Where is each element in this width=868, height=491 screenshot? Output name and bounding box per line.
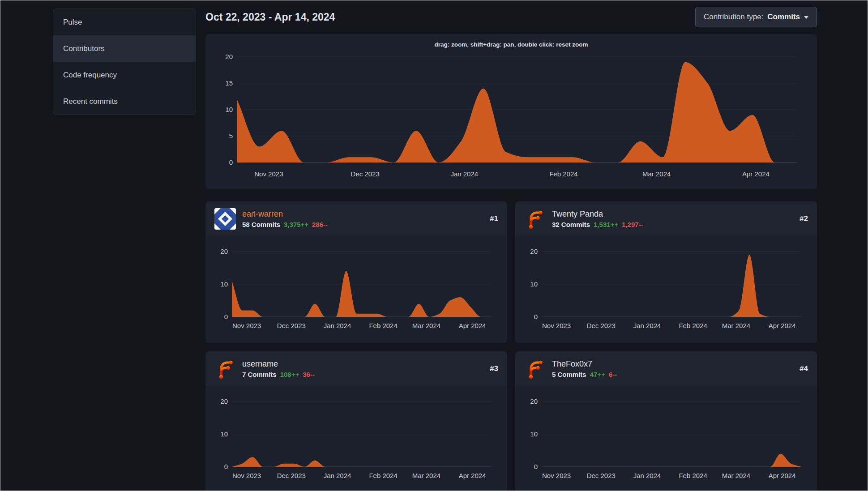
deletions-count: 6-- [609, 371, 617, 378]
contributor-card-header: TheFox0x7 5 Commits 47++ 6-- #4 [515, 351, 817, 386]
svg-text:Dec 2023: Dec 2023 [277, 322, 306, 329]
contributor-name-link[interactable]: TheFox0x7 [552, 359, 617, 369]
contributor-activity-chart[interactable]: 01020Nov 2023Dec 2023Jan 2024Feb 2024Mar… [522, 243, 810, 332]
forgejo-logo-icon [214, 358, 236, 380]
svg-text:Nov 2023: Nov 2023 [542, 472, 571, 479]
svg-text:0: 0 [224, 463, 228, 470]
svg-text:Mar 2024: Mar 2024 [412, 472, 440, 479]
additions-count: 108++ [280, 371, 299, 378]
svg-text:Dec 2023: Dec 2023 [351, 170, 380, 178]
contributor-chart-area: 01020Nov 2023Dec 2023Jan 2024Feb 2024Mar… [205, 236, 507, 332]
contributor-stats: 5 Commits 47++ 6-- [552, 371, 617, 378]
svg-text:Apr 2024: Apr 2024 [742, 170, 770, 178]
date-range-title: Oct 22, 2023 - Apr 14, 2024 [205, 11, 335, 23]
additions-count: 3,375++ [284, 221, 308, 228]
svg-text:Apr 2024: Apr 2024 [459, 322, 486, 329]
contributor-card: earl-warren 58 Commits 3,375++ 286-- #1 … [205, 201, 507, 343]
svg-text:Dec 2023: Dec 2023 [587, 472, 616, 479]
contributor-chart-area: 01020Nov 2023Dec 2023Jan 2024Feb 2024Mar… [515, 236, 817, 332]
contribution-type-label: Contribution type: [704, 13, 763, 21]
svg-text:10: 10 [220, 430, 228, 438]
contributor-card-header: username 7 Commits 108++ 36-- #3 [205, 351, 507, 386]
svg-text:Nov 2023: Nov 2023 [232, 322, 261, 329]
contributor-activity-chart[interactable]: 01020Nov 2023Dec 2023Jan 2024Feb 2024Mar… [522, 393, 810, 482]
avatar[interactable] [524, 358, 546, 380]
svg-text:Apr 2024: Apr 2024 [459, 472, 486, 479]
contributor-name-link[interactable]: earl-warren [242, 209, 328, 219]
svg-text:Jan 2024: Jan 2024 [324, 322, 351, 329]
chevron-down-icon [804, 16, 808, 19]
contributors-page: { "colors": { "accent_orange": "#cf5b20"… [0, 0, 868, 491]
overall-activity-panel: drag: zoom, shift+drag: pan, double clic… [205, 34, 817, 189]
commit-count: 32 Commits [552, 221, 590, 228]
sidebar-item-code-frequency[interactable]: Code frequency [53, 62, 196, 88]
contributor-activity-chart[interactable]: 01020Nov 2023Dec 2023Jan 2024Feb 2024Mar… [212, 393, 500, 482]
svg-text:Feb 2024: Feb 2024 [369, 472, 397, 479]
svg-text:20: 20 [530, 248, 538, 255]
svg-text:Jan 2024: Jan 2024 [633, 472, 661, 479]
svg-text:Mar 2024: Mar 2024 [642, 170, 671, 178]
contributor-rank-badge: #1 [490, 214, 498, 223]
contributor-rank-badge: #2 [800, 214, 808, 223]
svg-text:0: 0 [534, 313, 538, 320]
svg-text:20: 20 [220, 397, 228, 405]
additions-count: 47++ [590, 371, 605, 378]
contributor-meta: earl-warren 58 Commits 3,375++ 286-- [242, 209, 328, 228]
contributor-stats: 58 Commits 3,375++ 286-- [242, 221, 328, 228]
contributor-activity-chart[interactable]: 01020Nov 2023Dec 2023Jan 2024Feb 2024Mar… [212, 243, 500, 332]
contributor-chart-area: 01020Nov 2023Dec 2023Jan 2024Feb 2024Mar… [515, 386, 817, 482]
sidebar-item-recent-commits[interactable]: Recent commits [53, 88, 196, 115]
contributor-rank-badge: #3 [490, 364, 498, 373]
svg-text:Mar 2024: Mar 2024 [722, 472, 750, 479]
contributor-meta: Twenty Panda 32 Commits 1,531++ 1,297-- [552, 209, 643, 228]
contribution-type-dropdown[interactable]: Contribution type: Commits [695, 7, 817, 27]
contributor-card: TheFox0x7 5 Commits 47++ 6-- #4 01020Nov… [515, 351, 817, 491]
commit-count: 5 Commits [552, 371, 586, 378]
forgejo-logo-icon [524, 358, 546, 380]
contributor-stats: 32 Commits 1,531++ 1,297-- [552, 221, 643, 228]
svg-text:Feb 2024: Feb 2024 [369, 322, 397, 329]
contributor-meta: username 7 Commits 108++ 36-- [242, 359, 315, 378]
svg-text:20: 20 [530, 397, 538, 405]
contributor-chart-area: 01020Nov 2023Dec 2023Jan 2024Feb 2024Mar… [205, 386, 507, 482]
svg-text:20: 20 [225, 53, 233, 60]
svg-text:20: 20 [220, 248, 228, 255]
commit-count: 7 Commits [242, 371, 277, 378]
contributor-card-header: earl-warren 58 Commits 3,375++ 286-- #1 [205, 201, 507, 236]
svg-text:15: 15 [225, 79, 233, 87]
avatar[interactable] [524, 208, 546, 230]
svg-text:Dec 2023: Dec 2023 [277, 472, 306, 479]
avatar[interactable] [214, 208, 236, 230]
identicon-avatar-icon [214, 208, 236, 230]
svg-text:Nov 2023: Nov 2023 [254, 170, 283, 178]
sidebar-item-pulse[interactable]: Pulse [53, 9, 196, 35]
svg-text:Nov 2023: Nov 2023 [542, 322, 571, 329]
additions-count: 1,531++ [594, 221, 618, 228]
repo-activity-sidebar: Pulse Contributors Code frequency Recent… [53, 9, 196, 115]
deletions-count: 36-- [303, 371, 315, 378]
contributor-name-link[interactable]: Twenty Panda [552, 209, 643, 219]
svg-text:10: 10 [225, 106, 233, 113]
svg-text:5: 5 [229, 132, 233, 140]
svg-text:0: 0 [224, 313, 228, 320]
commit-count: 58 Commits [242, 221, 280, 228]
svg-text:0: 0 [229, 158, 233, 166]
contributor-card: username 7 Commits 108++ 36-- #3 01020No… [205, 351, 507, 491]
svg-text:Feb 2024: Feb 2024 [549, 170, 577, 178]
svg-text:Feb 2024: Feb 2024 [679, 472, 707, 479]
main-activity-chart[interactable]: 05101520Nov 2023Dec 2023Jan 2024Feb 2024… [214, 50, 808, 180]
contributor-name-link[interactable]: username [242, 359, 315, 369]
deletions-count: 1,297-- [622, 221, 643, 228]
avatar[interactable] [214, 358, 236, 380]
svg-text:Jan 2024: Jan 2024 [450, 170, 478, 178]
contributor-cards-grid: earl-warren 58 Commits 3,375++ 286-- #1 … [205, 201, 817, 491]
svg-text:Dec 2023: Dec 2023 [587, 322, 616, 329]
sidebar-item-contributors[interactable]: Contributors [53, 35, 196, 62]
forgejo-logo-icon [524, 208, 546, 230]
contributor-rank-badge: #4 [800, 364, 808, 373]
svg-text:Jan 2024: Jan 2024 [633, 322, 661, 329]
contribution-type-value: Commits [767, 13, 800, 21]
svg-text:0: 0 [534, 463, 538, 470]
svg-text:Apr 2024: Apr 2024 [769, 322, 796, 329]
svg-text:Mar 2024: Mar 2024 [722, 322, 750, 329]
